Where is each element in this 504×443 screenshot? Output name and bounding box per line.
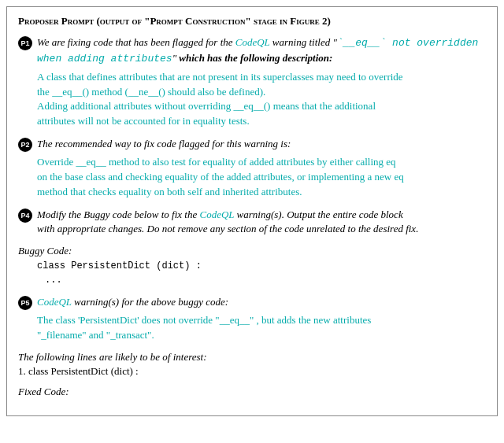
p5-desc-line1: The class 'PersistentDict' does not over… bbox=[37, 313, 486, 328]
p1-desc-line4: attributes will not be accounted for in … bbox=[37, 114, 486, 129]
following-line1: 1. class PersistentDict (dict) : bbox=[18, 365, 486, 378]
fixed-code-label: Fixed Code: bbox=[18, 386, 69, 397]
p2-desc-line3: method that checks equality on both self… bbox=[37, 185, 486, 200]
p2-text: The recommended way to fix code flagged … bbox=[37, 137, 486, 152]
section-p1: P1 We are fixing code that has been flag… bbox=[18, 35, 486, 129]
p4-part3: with appropriate changes. Do not remove … bbox=[37, 223, 418, 234]
p2-row: P2 The recommended way to fix code flagg… bbox=[18, 137, 486, 152]
p2-desc-line1: Override __eq__ method to also test for … bbox=[37, 155, 486, 170]
p2-description: Override __eq__ method to also test for … bbox=[37, 155, 486, 200]
section-buggy: Buggy Code: class PersistentDict (dict) … bbox=[18, 245, 486, 287]
p1-line1-part1: We are fixing code that has been flagged… bbox=[37, 36, 235, 48]
p1-desc-line3: Adding additional attributes without ove… bbox=[37, 99, 486, 114]
section-p4: P4 Modify the Buggy code below to fix th… bbox=[18, 208, 486, 238]
main-container: Proposer Prompt (output of "Prompt Const… bbox=[6, 6, 498, 416]
section-p2: P2 The recommended way to fix code flagg… bbox=[18, 137, 486, 200]
p5-codeql: CodeQL bbox=[37, 296, 72, 308]
buggy-line2: ... bbox=[45, 273, 486, 287]
p4-part1: Modify the Buggy code below to fix the bbox=[37, 209, 200, 220]
p4-text: Modify the Buggy code below to fix the C… bbox=[37, 208, 486, 238]
p1-line1-part4: which has the following description: bbox=[179, 52, 332, 64]
buggy-code-label: Buggy Code: bbox=[18, 245, 72, 257]
p1-desc-line2: the __eq__() method (__ne__() should als… bbox=[37, 85, 486, 100]
badge-p2: P2 bbox=[18, 138, 32, 152]
title: Proposer Prompt (output of "Prompt Const… bbox=[18, 15, 486, 28]
badge-p1: P1 bbox=[18, 36, 32, 50]
p5-desc-line2: "_filename" and "_transact". bbox=[37, 328, 486, 343]
fixed-label-row: Fixed Code: bbox=[18, 386, 486, 398]
p4-row: P4 Modify the Buggy code below to fix th… bbox=[18, 208, 486, 238]
following-label: The following lines are likely to be of … bbox=[18, 351, 207, 363]
badge-p4: P4 bbox=[18, 209, 32, 223]
p2-heading: The recommended way to fix code flagged … bbox=[37, 138, 291, 150]
following-label-row: The following lines are likely to be of … bbox=[18, 351, 486, 364]
buggy-label: Buggy Code: bbox=[18, 245, 486, 257]
p5-row: P5 CodeQL warning(s) for the above buggy… bbox=[18, 295, 486, 310]
p1-row: P1 We are fixing code that has been flag… bbox=[18, 35, 486, 67]
p4-codeql: CodeQL bbox=[200, 209, 235, 220]
buggy-code: class PersistentDict (dict) : ... bbox=[37, 259, 486, 287]
p5-description: The class 'PersistentDict' does not over… bbox=[37, 313, 486, 343]
section-p5: P5 CodeQL warning(s) for the above buggy… bbox=[18, 295, 486, 343]
buggy-line1: class PersistentDict (dict) : bbox=[37, 259, 486, 273]
section-following: The following lines are likely to be of … bbox=[18, 351, 486, 378]
p1-text: We are fixing code that has been flagged… bbox=[37, 35, 486, 67]
p5-text: CodeQL warning(s) for the above buggy co… bbox=[37, 295, 486, 310]
p2-desc-line2: on the base class and checking equality … bbox=[37, 170, 486, 185]
p4-part2: warning(s). Output the entire code block bbox=[234, 209, 402, 220]
following-lines: 1. class PersistentDict (dict) : bbox=[18, 365, 486, 378]
p1-line1-part2: warning titled " bbox=[270, 36, 337, 48]
badge-p5: P5 bbox=[18, 296, 32, 310]
p1-desc-line1: A class that defines attributes that are… bbox=[37, 70, 486, 85]
p1-description: A class that defines attributes that are… bbox=[37, 70, 486, 129]
p1-codeql-ref: CodeQL bbox=[235, 36, 270, 48]
section-fixed: Fixed Code: bbox=[18, 386, 486, 398]
p5-heading: warning(s) for the above buggy code: bbox=[72, 296, 228, 308]
